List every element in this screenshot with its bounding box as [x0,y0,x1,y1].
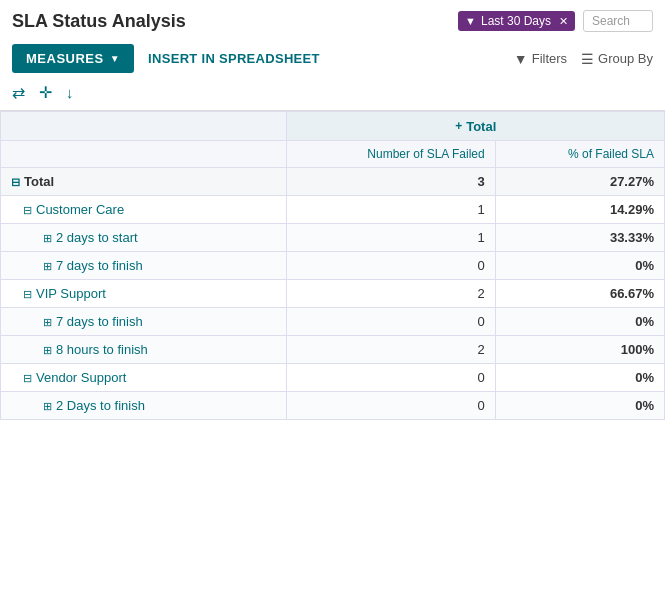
th-total-label: Total [466,119,496,134]
search-input[interactable]: Search [583,10,653,32]
row-label-text-4: VIP Support [36,286,106,301]
group-by-label: Group By [598,51,653,66]
group-by-icon: ☰ [581,51,594,67]
group-by-action[interactable]: ☰ Group By [581,51,653,67]
row-label-1: ⊟Customer Care [1,195,287,223]
row-col2-0: 27.27% [495,167,664,195]
download-icon: ↓ [66,84,74,101]
filters-action[interactable]: ▼ Filters [514,51,567,67]
row-label-text-3: 7 days to finish [56,258,143,273]
expand-icon[interactable]: ⊞ [43,400,52,412]
row-col2-7: 0% [495,363,664,391]
row-col2-1: 14.29% [495,195,664,223]
row-label-8: ⊞2 Days to finish [1,391,287,419]
row-col2-5: 0% [495,307,664,335]
row-label-6: ⊞8 hours to finish [1,335,287,363]
filter-close-icon[interactable]: ✕ [559,15,568,28]
filter-tag-label: Last 30 Days [481,14,551,28]
th-total-group: + Total [287,112,665,141]
row-label-2: ⊞2 days to start [1,223,287,251]
filter-tag[interactable]: ▼ Last 30 Days ✕ [458,11,575,31]
page-title: SLA Status Analysis [12,11,450,32]
toolbar-row: MEASURES ▼ INSERT IN SPREADSHEET ▼ Filte… [0,38,665,79]
row-col2-4: 66.67% [495,279,664,307]
icon-toolbar-row: ⇄ ✛ ↓ [0,79,665,110]
th-empty-group [1,112,287,141]
row-label-3: ⊞7 days to finish [1,251,287,279]
filters-label: Filters [532,51,567,66]
row-col2-3: 0% [495,251,664,279]
download-button[interactable]: ↓ [66,84,74,102]
right-actions: ▼ Filters ☰ Group By [514,51,653,67]
row-label-text-1: Customer Care [36,202,124,217]
expand-icon[interactable]: ⊞ [43,344,52,356]
filters-icon: ▼ [514,51,528,67]
row-label-0: ⊟Total [1,167,287,195]
swap-icon: ⇄ [12,84,25,101]
move-icon: ✛ [39,84,52,101]
collapse-icon[interactable]: ⊟ [23,204,32,216]
row-label-text-0: Total [24,174,54,189]
header-row: SLA Status Analysis ▼ Last 30 Days ✕ Sea… [0,0,665,38]
move-button[interactable]: ✛ [39,83,52,102]
expand-icon[interactable]: ⊞ [43,260,52,272]
swap-button[interactable]: ⇄ [12,83,25,102]
measures-dropdown-icon: ▼ [110,53,120,64]
row-label-5: ⊞7 days to finish [1,307,287,335]
row-col1-0: 3 [287,167,495,195]
row-label-7: ⊟Vendor Support [1,363,287,391]
row-col2-8: 0% [495,391,664,419]
row-col1-2: 1 [287,223,495,251]
collapse-icon[interactable]: ⊟ [23,288,32,300]
expand-icon[interactable]: ⊞ [43,232,52,244]
row-label-text-2: 2 days to start [56,230,138,245]
funnel-icon: ▼ [465,15,476,27]
row-label-text-6: 8 hours to finish [56,342,148,357]
row-label-text-8: 2 Days to finish [56,398,145,413]
row-col2-6: 100% [495,335,664,363]
row-label-text-5: 7 days to finish [56,314,143,329]
row-label-4: ⊟VIP Support [1,279,287,307]
measures-button[interactable]: MEASURES ▼ [12,44,134,73]
insert-spreadsheet-button[interactable]: INSERT IN SPREADSHEET [144,44,324,73]
row-col1-4: 2 [287,279,495,307]
row-col1-3: 0 [287,251,495,279]
collapse-icon[interactable]: ⊟ [23,372,32,384]
row-col1-5: 0 [287,307,495,335]
th-col2: % of Failed SLA [495,140,664,167]
row-col1-1: 1 [287,195,495,223]
measures-label: MEASURES [26,51,104,66]
expand-icon[interactable]: ⊞ [43,316,52,328]
th-col1: Number of SLA Failed [287,140,495,167]
row-col1-6: 2 [287,335,495,363]
th-total-expand-icon[interactable]: + [455,119,462,133]
row-col2-2: 33.33% [495,223,664,251]
sla-table: + Total Number of SLA Failed % of Failed… [0,111,665,420]
row-label-text-7: Vendor Support [36,370,126,385]
collapse-icon[interactable]: ⊟ [11,176,20,188]
row-col1-8: 0 [287,391,495,419]
th-col-label-empty [1,140,287,167]
row-col1-7: 0 [287,363,495,391]
table-container: + Total Number of SLA Failed % of Failed… [0,110,665,420]
